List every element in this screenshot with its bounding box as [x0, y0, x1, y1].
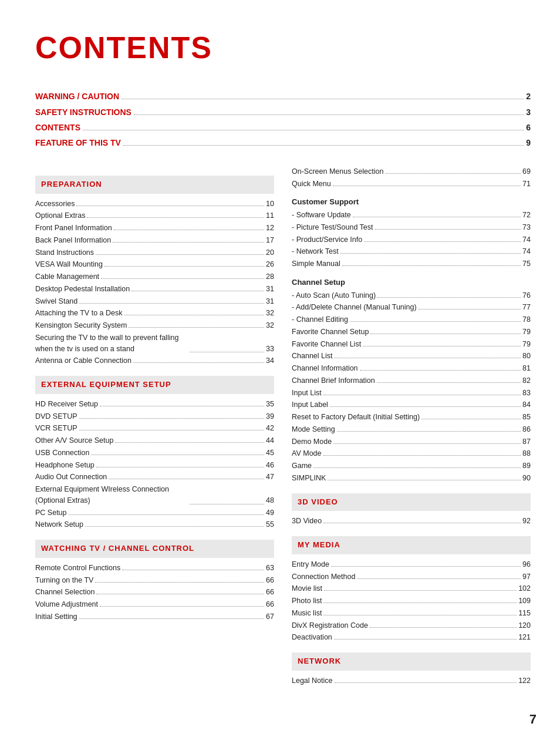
toc-item: AV Mode88 — [292, 448, 531, 459]
nav-item-1[interactable]: SAFETY INSTRUCTIONS3 — [35, 106, 531, 119]
toc-item: - Auto Scan (Auto Tuning)76 — [292, 290, 531, 301]
toc-item: Channel Brief Information82 — [292, 375, 531, 386]
toc-item: Front Panel Information12 — [35, 223, 274, 234]
section-group-left-1: EXTERNAL EQUIPMENT SETUPHD Receiver Setu… — [35, 376, 274, 530]
top-nav: WARNING / CAUTION2SAFETY INSTRUCTIONS3CO… — [35, 90, 531, 150]
toc-item: - Picture Test/Sound Test73 — [292, 222, 531, 233]
toc-item: Remote Control Functions63 — [35, 563, 274, 574]
toc-item: Favorite Channel Setup79 — [292, 327, 531, 338]
nav-item-2[interactable]: CONTENTS6 — [35, 121, 531, 134]
toc-item: Favorite Channel List79 — [292, 339, 531, 350]
toc-item: Legal Notice122 — [292, 675, 531, 687]
toc-item: Swivel Stand31 — [35, 296, 274, 307]
toc-item: Photo list109 — [292, 595, 531, 607]
toc-item: Entry Mode96 — [292, 559, 531, 570]
section-group-right-3: 3D VIDEO3D Video92 — [292, 493, 531, 527]
section-header: PREPARATION — [35, 176, 274, 194]
nav-label: CONTENTS — [35, 121, 80, 134]
right-column: On-Screen Menus Selection69Quick Menu71C… — [292, 166, 531, 694]
toc-item: Stand Instructions20 — [35, 247, 274, 258]
toc-item: Reset to Factory Default (Initial Settin… — [292, 412, 531, 423]
toc-item: Back Panel Information17 — [35, 235, 274, 246]
toc-item: - Channel Editing78 — [292, 314, 531, 325]
left-column: PREPARATIONAccessories10Optional Extras1… — [35, 166, 274, 694]
nav-item-0[interactable]: WARNING / CAUTION2 — [35, 90, 531, 103]
section-group-channel-setup: Channel Setup- Auto Scan (Auto Tuning)76… — [292, 277, 531, 484]
section-group-customer-support: Customer Support- Software Update72- Pic… — [292, 196, 531, 270]
toc-item: - Software Update72 — [292, 210, 531, 221]
toc-item: DVD SETUP39 — [35, 411, 274, 422]
section-group-left-2: WATCHING TV / CHANNEL CONTROLRemote Cont… — [35, 540, 274, 622]
section-group-left-0: PREPARATIONAccessories10Optional Extras1… — [35, 176, 274, 366]
section-header: WATCHING TV / CHANNEL CONTROL — [35, 540, 274, 558]
toc-item: Mode Setting86 — [292, 424, 531, 435]
toc-item: Network Setup55 — [35, 519, 274, 530]
toc-item: Volume Adjustment66 — [35, 599, 274, 610]
toc-item: 3D Video92 — [292, 516, 531, 527]
toc-item: Game89 — [292, 460, 531, 472]
toc-item: Kensington Security System32 — [35, 320, 274, 331]
nav-item-3[interactable]: FEATURE OF THIS TV9 — [35, 136, 531, 149]
toc-item: Simple Manual75 — [292, 258, 531, 270]
toc-item: Movie list102 — [292, 583, 531, 594]
toc-item: Channel Selection66 — [35, 587, 274, 598]
toc-item: Securing the TV to the wall to prevent f… — [35, 332, 274, 355]
toc-item: Input List83 — [292, 388, 531, 399]
toc-item: Accessories10 — [35, 198, 274, 210]
toc-item: On-Screen Menus Selection69 — [292, 166, 531, 177]
toc-item: Connection Method97 — [292, 571, 531, 583]
toc-item: - Product/Service Info74 — [292, 234, 531, 245]
toc-item: - Network Test74 — [292, 246, 531, 257]
toc-item: SIMPLINK90 — [292, 473, 531, 484]
toc-item: USB Connection45 — [35, 447, 274, 459]
toc-item: Channel Information81 — [292, 363, 531, 374]
section-header-3D VIDEO: 3D VIDEO — [292, 493, 531, 512]
toc-item: VESA Wall Mounting26 — [35, 259, 274, 270]
toc-item: Cable Management28 — [35, 271, 274, 282]
nav-page: 9 — [526, 136, 531, 149]
nav-page: 3 — [526, 106, 531, 119]
nav-page: 6 — [526, 121, 531, 134]
page-number: 7 — [529, 709, 537, 729]
toc-item: PC Setup49 — [35, 507, 274, 519]
toc-item: External Equipment WIreless Connection (… — [35, 484, 274, 506]
page-title: CONTENTS — [35, 23, 531, 72]
section-group-right-0: On-Screen Menus Selection69Quick Menu71 — [292, 166, 531, 190]
toc-item: Deactivation121 — [292, 632, 531, 643]
toc-item: Attaching the TV to a Desk32 — [35, 308, 274, 319]
toc-item: Initial Setting67 — [35, 611, 274, 622]
nav-label: SAFETY INSTRUCTIONS — [35, 106, 131, 119]
nav-label: FEATURE OF THIS TV — [35, 136, 121, 149]
toc-item: VCR SETUP42 — [35, 423, 274, 434]
toc-item: Quick Menu71 — [292, 179, 531, 190]
toc-item: Desktop Pedestal Installation31 — [35, 284, 274, 295]
toc-item: Demo Mode87 — [292, 436, 531, 447]
toc-item: Turning on the TV66 — [35, 575, 274, 586]
section-header-NETWORK: NETWORK — [292, 652, 531, 671]
section-header: EXTERNAL EQUIPMENT SETUP — [35, 376, 274, 394]
main-content: PREPARATIONAccessories10Optional Extras1… — [35, 166, 531, 694]
toc-item: Optional Extras11 — [35, 210, 274, 221]
toc-item: Antenna or Cable Connection34 — [35, 355, 274, 366]
toc-item: Music list115 — [292, 608, 531, 619]
toc-item: HD Receiver Setup35 — [35, 399, 274, 410]
toc-item: Audio Out Connection47 — [35, 472, 274, 483]
channel-setup-label: Channel Setup — [292, 277, 531, 289]
toc-item: Headphone Setup46 — [35, 460, 274, 471]
customer-support-label: Customer Support — [292, 196, 531, 208]
section-group-right-4: MY MEDIAEntry Mode96Connection Method97M… — [292, 536, 531, 643]
toc-item: - Add/Delete Channel (Manual Tuning)77 — [292, 302, 531, 313]
nav-page: 2 — [526, 90, 531, 103]
section-group-right-5: NETWORKLegal Notice122 — [292, 652, 531, 687]
toc-item: Other A/V Source Setup44 — [35, 435, 274, 446]
section-header-MY MEDIA: MY MEDIA — [292, 536, 531, 554]
toc-item: DivX Registration Code120 — [292, 620, 531, 631]
nav-label: WARNING / CAUTION — [35, 90, 119, 103]
toc-item: Channel List80 — [292, 351, 531, 362]
toc-item: Input Label84 — [292, 399, 531, 410]
